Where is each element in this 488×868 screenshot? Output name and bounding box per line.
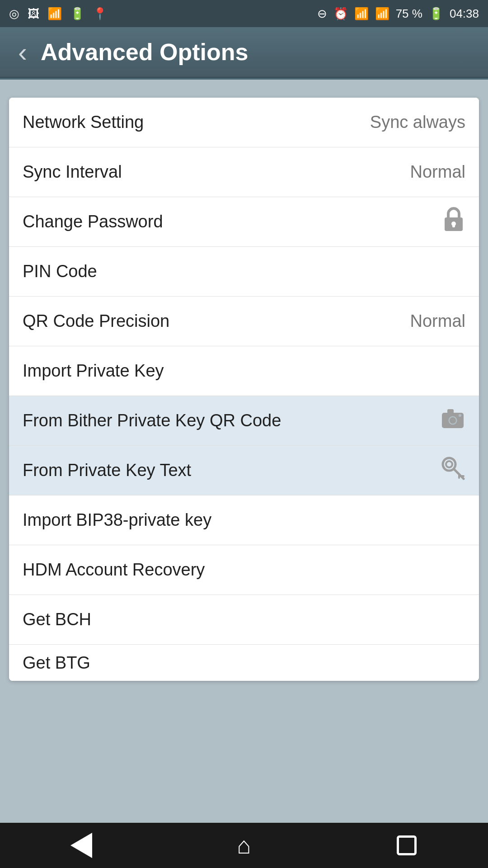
- camera-icon: [440, 406, 465, 435]
- network-setting-value: Sync always: [370, 113, 465, 132]
- svg-point-7: [459, 414, 461, 417]
- qr-code-precision-value: Normal: [410, 311, 465, 331]
- nav-back-button[interactable]: [63, 827, 99, 863]
- battery-icon: 🔋: [429, 7, 443, 21]
- svg-rect-2: [452, 224, 455, 227]
- import-private-key-row[interactable]: Import Private Key: [9, 346, 479, 396]
- app-bar: ‹ Advanced Options: [0, 27, 488, 78]
- svg-point-5: [450, 417, 456, 424]
- sync-interval-row[interactable]: Sync Interval Normal: [9, 147, 479, 197]
- import-bip38-row[interactable]: Import BIP38-private key: [9, 495, 479, 545]
- location-icon: ◎: [9, 7, 19, 21]
- lock-icon: [442, 206, 465, 238]
- page-title: Advanced Options: [41, 38, 248, 66]
- status-icons-left: ◎ 🖼 📶 🔋 📍: [9, 7, 107, 21]
- alarm-icon: ⏰: [333, 7, 348, 21]
- clock-time: 04:38: [450, 7, 479, 21]
- from-bither-qr-row[interactable]: From Bither Private Key QR Code: [9, 396, 479, 446]
- status-bar: ◎ 🖼 📶 🔋 📍 ⊖ ⏰ 📶 📶 75 % 🔋 04:38: [0, 0, 488, 27]
- svg-point-9: [446, 461, 452, 467]
- import-private-key-label: Import Private Key: [23, 361, 164, 381]
- status-icons-right: ⊖ ⏰ 📶 📶 75 % 🔋 04:38: [317, 7, 479, 21]
- back-triangle-icon: [70, 833, 92, 858]
- battery-plus-icon: 🔋: [70, 7, 84, 21]
- from-bither-qr-label: From Bither Private Key QR Code: [23, 411, 281, 430]
- image-icon: 🖼: [28, 7, 39, 21]
- key-icon: [440, 455, 465, 486]
- nav-home-button[interactable]: ⌂: [226, 827, 262, 863]
- signal-alt-icon: 📶: [47, 7, 62, 21]
- hdm-account-recovery-label: HDM Account Recovery: [23, 560, 205, 580]
- pin-code-label: PIN Code: [23, 262, 97, 281]
- get-btg-label: Get BTG: [23, 653, 90, 673]
- qr-code-precision-row[interactable]: QR Code Precision Normal: [9, 297, 479, 346]
- wifi-icon: 📶: [354, 7, 369, 21]
- network-setting-row[interactable]: Network Setting Sync always: [9, 98, 479, 147]
- svg-rect-6: [447, 409, 454, 414]
- sync-interval-value: Normal: [410, 162, 465, 182]
- get-btg-row[interactable]: Get BTG: [9, 645, 479, 681]
- get-bch-row[interactable]: Get BCH: [9, 595, 479, 645]
- hdm-account-recovery-row[interactable]: HDM Account Recovery: [9, 545, 479, 595]
- maps-icon: 📍: [93, 7, 107, 21]
- nav-recent-button[interactable]: [389, 827, 425, 863]
- change-password-label: Change Password: [23, 212, 163, 231]
- from-private-key-text-label: From Private Key Text: [23, 461, 191, 480]
- qr-code-precision-label: QR Code Precision: [23, 311, 169, 331]
- nav-bar: ⌂: [0, 823, 488, 868]
- import-bip38-label: Import BIP38-private key: [23, 510, 211, 530]
- settings-card: Network Setting Sync always Sync Interva…: [9, 98, 479, 681]
- content-area: Network Setting Sync always Sync Interva…: [0, 80, 488, 823]
- network-setting-label: Network Setting: [23, 113, 144, 132]
- get-bch-label: Get BCH: [23, 610, 91, 629]
- change-password-row[interactable]: Change Password: [9, 197, 479, 247]
- back-arrow-icon: ‹: [18, 37, 27, 68]
- back-button[interactable]: ‹: [14, 32, 32, 72]
- home-icon: ⌂: [237, 832, 251, 859]
- from-private-key-text-row[interactable]: From Private Key Text: [9, 446, 479, 495]
- sync-interval-label: Sync Interval: [23, 162, 122, 182]
- mute-icon: ⊖: [317, 7, 327, 21]
- battery-percent: 75 %: [396, 7, 422, 21]
- recent-apps-icon: [397, 835, 417, 855]
- pin-code-row[interactable]: PIN Code: [9, 247, 479, 297]
- signal-bars-icon: 📶: [375, 7, 389, 21]
